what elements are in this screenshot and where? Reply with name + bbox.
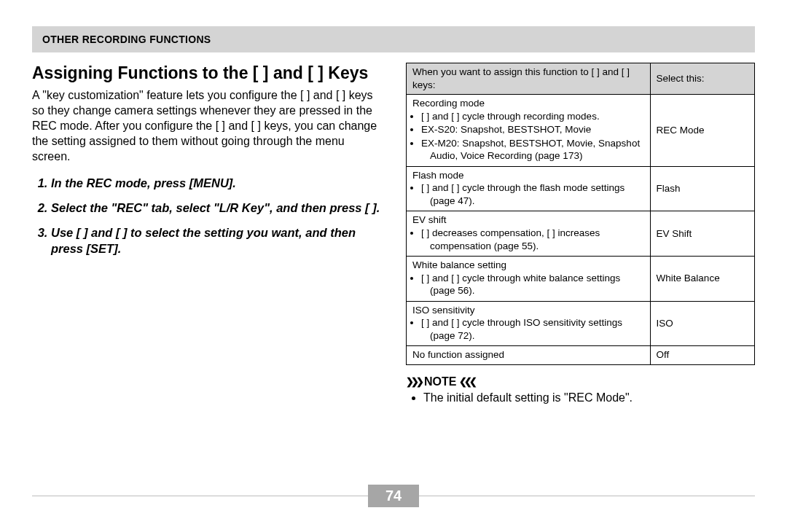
table-cell-select: Flash: [650, 166, 754, 211]
intro-paragraph: A "key customization" feature lets you c…: [32, 87, 381, 165]
row-bullet: [ ] and [ ] cycle through ISO sensitivit…: [421, 316, 644, 342]
page-number: 74: [368, 485, 419, 507]
table-row: Flash mode[ ] and [ ] cycle through the …: [407, 166, 755, 211]
steps-list: In the REC mode, press [MENU]. Select th…: [32, 175, 381, 257]
content-columns: Assigning Functions to the [ ] and [ ] K…: [32, 63, 755, 404]
table-cell-function: No function assigned: [407, 346, 651, 365]
table-row: Recording mode[ ] and [ ] cycle through …: [407, 95, 755, 167]
row-bullet: EX-M20: Snapshot, BESTSHOT, Movie, Snaps…: [421, 137, 644, 163]
left-column: Assigning Functions to the [ ] and [ ] K…: [32, 63, 381, 404]
table-header-row: When you want to assign this function to…: [407, 63, 755, 95]
right-column: When you want to assign this function to…: [406, 63, 755, 404]
section-header-bar: OTHER RECORDING FUNCTIONS: [32, 26, 755, 52]
row-bullets: [ ] and [ ] cycle through white balance …: [412, 272, 644, 297]
row-title: No function assigned: [412, 348, 644, 361]
section-header-text: OTHER RECORDING FUNCTIONS: [42, 34, 211, 45]
table-cell-function: White balance setting[ ] and [ ] cycle t…: [407, 257, 651, 302]
table-cell-select: ISO: [650, 301, 754, 346]
note-label-row: ❯❯❯ NOTE ❮❮❮: [406, 375, 755, 388]
table-header-right: Select this:: [650, 63, 754, 95]
step-item: In the REC mode, press [MENU].: [51, 175, 381, 191]
table-row: No function assignedOff: [407, 346, 755, 365]
function-table: When you want to assign this function to…: [406, 63, 755, 365]
row-title: White balance setting: [412, 259, 644, 272]
page: OTHER RECORDING FUNCTIONS Assigning Func…: [0, 0, 787, 404]
chevron-right-icon: ❯❯❯: [406, 376, 421, 387]
note-label: NOTE: [424, 375, 456, 388]
page-footer: 74: [32, 485, 755, 507]
row-bullet: [ ] and [ ] cycle through the flash mode…: [421, 181, 644, 207]
row-bullets: [ ] decreases compensation, [ ] increase…: [412, 227, 644, 252]
row-bullet: [ ] and [ ] cycle through recording mode…: [421, 110, 644, 123]
row-bullets: [ ] and [ ] cycle through recording mode…: [412, 110, 644, 163]
step-item: Use [ ] and [ ] to select the setting yo…: [51, 224, 381, 257]
table-cell-function: EV shift[ ] decreases compensation, [ ] …: [407, 211, 651, 257]
row-bullets: [ ] and [ ] cycle through the flash mode…: [412, 181, 644, 207]
row-bullet: [ ] and [ ] cycle through white balance …: [421, 272, 644, 297]
page-title: Assigning Functions to the [ ] and [ ] K…: [32, 63, 381, 83]
table-row: White balance setting[ ] and [ ] cycle t…: [407, 257, 755, 302]
row-title: EV shift: [412, 214, 644, 227]
row-title: Recording mode: [412, 97, 644, 110]
table-cell-select: White Balance: [650, 257, 754, 302]
note-item: The initial default setting is "REC Mode…: [423, 391, 755, 404]
note-list: The initial default setting is "REC Mode…: [406, 391, 755, 404]
chevron-left-icon: ❮❮❮: [459, 376, 474, 387]
note-block: ❯❯❯ NOTE ❮❮❮ The initial default setting…: [406, 375, 755, 404]
footer-rule-left: [32, 496, 368, 496]
table-header-left: When you want to assign this function to…: [407, 63, 651, 95]
table-cell-select: REC Mode: [650, 95, 754, 167]
row-title: Flash mode: [412, 169, 644, 182]
footer-rule-right: [419, 496, 755, 496]
table-cell-function: ISO sensitivity[ ] and [ ] cycle through…: [407, 301, 651, 346]
row-bullet: EX-S20: Snapshot, BESTSHOT, Movie: [421, 123, 644, 136]
step-item: Select the "REC" tab, select "L/R Key", …: [51, 200, 381, 216]
table-cell-function: Flash mode[ ] and [ ] cycle through the …: [407, 166, 651, 211]
row-bullet: [ ] decreases compensation, [ ] increase…: [421, 227, 644, 252]
row-bullets: [ ] and [ ] cycle through ISO sensitivit…: [412, 316, 644, 342]
table-cell-select: Off: [650, 346, 754, 365]
table-row: EV shift[ ] decreases compensation, [ ] …: [407, 211, 755, 257]
row-title: ISO sensitivity: [412, 304, 644, 317]
table-cell-select: EV Shift: [650, 211, 754, 257]
table-cell-function: Recording mode[ ] and [ ] cycle through …: [407, 95, 651, 167]
table-row: ISO sensitivity[ ] and [ ] cycle through…: [407, 301, 755, 346]
